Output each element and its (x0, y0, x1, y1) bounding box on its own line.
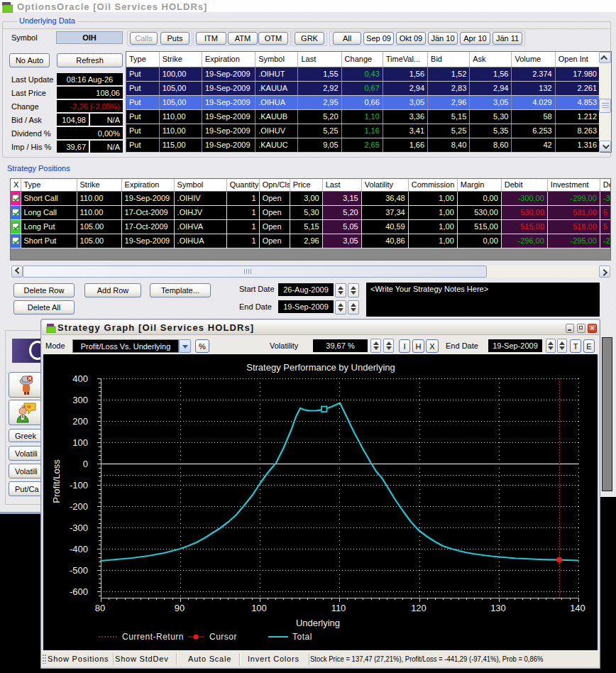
svg-text:110: 110 (331, 603, 346, 613)
svg-text:-400: -400 (70, 544, 88, 554)
svg-text:130: 130 (490, 603, 506, 613)
svg-text:100: 100 (72, 437, 88, 448)
svg-text:100: 100 (251, 603, 267, 613)
svg-text:-200: -200 (70, 501, 88, 512)
svg-text:300: 300 (72, 395, 88, 405)
svg-text:Current-Return: Current-Return (122, 632, 184, 642)
svg-text:-300: -300 (70, 522, 88, 533)
svg-text:0: 0 (83, 459, 88, 469)
svg-text:200: 200 (72, 416, 88, 427)
svg-text:Strategy Performance by Underl: Strategy Performance by Underlying (246, 362, 395, 373)
svg-text:-500: -500 (70, 565, 88, 576)
svg-text:90: 90 (175, 603, 185, 613)
svg-text:Total: Total (292, 632, 312, 642)
svg-text:Cursor: Cursor (209, 632, 237, 642)
svg-text:140: 140 (570, 603, 585, 613)
svg-text:Underlying: Underlying (296, 618, 340, 628)
svg-text:80: 80 (95, 603, 105, 613)
svg-text:120: 120 (411, 603, 427, 613)
svg-text:-100: -100 (70, 480, 88, 491)
svg-text:400: 400 (72, 373, 88, 384)
svg-text:Profit/Loss: Profit/Loss (51, 459, 62, 503)
svg-text:-600: -600 (70, 586, 88, 597)
